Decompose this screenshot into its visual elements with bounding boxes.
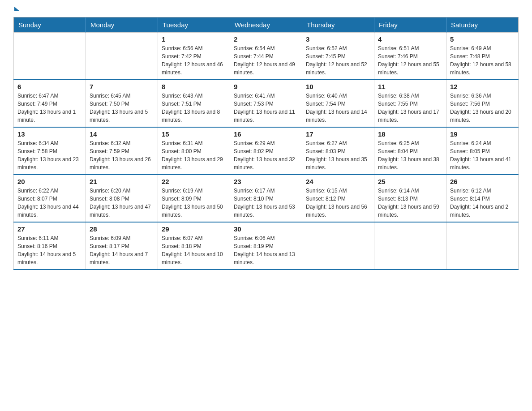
day-number: 30 bbox=[234, 225, 298, 233]
day-info: Sunrise: 6:36 AMSunset: 7:56 PMDaylight:… bbox=[450, 92, 515, 124]
calendar-cell: 1Sunrise: 6:56 AMSunset: 7:42 PMDaylight… bbox=[158, 33, 230, 80]
calendar-cell: 15Sunrise: 6:31 AMSunset: 8:00 PMDayligh… bbox=[158, 127, 230, 175]
day-number: 9 bbox=[234, 83, 298, 90]
day-info: Sunrise: 6:56 AMSunset: 7:42 PMDaylight:… bbox=[162, 44, 226, 77]
calendar-cell: 13Sunrise: 6:34 AMSunset: 7:58 PMDayligh… bbox=[14, 127, 86, 175]
day-number: 24 bbox=[306, 178, 370, 185]
day-number: 11 bbox=[378, 83, 442, 90]
day-number: 8 bbox=[162, 83, 226, 90]
calendar-cell: 6Sunrise: 6:47 AMSunset: 7:49 PMDaylight… bbox=[14, 80, 86, 127]
calendar-cell: 20Sunrise: 6:22 AMSunset: 8:07 PMDayligh… bbox=[14, 175, 86, 222]
day-number: 16 bbox=[234, 130, 298, 138]
calendar-week-row: 13Sunrise: 6:34 AMSunset: 7:58 PMDayligh… bbox=[14, 127, 519, 175]
day-info: Sunrise: 6:19 AMSunset: 8:09 PMDaylight:… bbox=[162, 187, 226, 219]
day-info: Sunrise: 6:34 AMSunset: 7:58 PMDaylight:… bbox=[17, 139, 82, 171]
day-info: Sunrise: 6:25 AMSunset: 8:04 PMDaylight:… bbox=[378, 139, 442, 171]
calendar-cell: 30Sunrise: 6:06 AMSunset: 8:19 PMDayligh… bbox=[230, 222, 302, 270]
page-header bbox=[13, 9, 519, 13]
calendar-cell bbox=[446, 222, 519, 270]
day-info: Sunrise: 6:11 AMSunset: 8:16 PMDaylight:… bbox=[17, 234, 82, 266]
day-info: Sunrise: 6:49 AMSunset: 7:48 PMDaylight:… bbox=[450, 44, 515, 77]
calendar-cell: 17Sunrise: 6:27 AMSunset: 8:03 PMDayligh… bbox=[302, 127, 374, 175]
calendar-cell: 11Sunrise: 6:38 AMSunset: 7:55 PMDayligh… bbox=[374, 80, 446, 127]
calendar-cell: 7Sunrise: 6:45 AMSunset: 7:50 PMDaylight… bbox=[86, 80, 158, 127]
calendar-table: SundayMondayTuesdayWednesdayThursdayFrid… bbox=[13, 17, 519, 270]
day-number: 29 bbox=[162, 225, 226, 233]
day-info: Sunrise: 6:07 AMSunset: 8:18 PMDaylight:… bbox=[162, 234, 226, 266]
calendar-cell: 21Sunrise: 6:20 AMSunset: 8:08 PMDayligh… bbox=[86, 175, 158, 222]
logo-blue-part bbox=[13, 9, 20, 11]
calendar-cell: 2Sunrise: 6:54 AMSunset: 7:44 PMDaylight… bbox=[230, 33, 302, 80]
logo bbox=[13, 9, 20, 13]
calendar-day-header: Thursday bbox=[302, 17, 374, 33]
calendar-cell: 10Sunrise: 6:40 AMSunset: 7:54 PMDayligh… bbox=[302, 80, 374, 127]
calendar-cell: 26Sunrise: 6:12 AMSunset: 8:14 PMDayligh… bbox=[446, 175, 519, 222]
calendar-cell bbox=[302, 222, 374, 270]
calendar-cell bbox=[374, 222, 446, 270]
day-number: 21 bbox=[90, 178, 154, 185]
day-info: Sunrise: 6:22 AMSunset: 8:07 PMDaylight:… bbox=[17, 187, 82, 219]
day-info: Sunrise: 6:52 AMSunset: 7:45 PMDaylight:… bbox=[306, 44, 370, 77]
day-number: 14 bbox=[90, 130, 154, 138]
calendar-cell: 12Sunrise: 6:36 AMSunset: 7:56 PMDayligh… bbox=[446, 80, 519, 127]
day-number: 3 bbox=[306, 35, 370, 43]
day-number: 10 bbox=[306, 83, 370, 90]
day-number: 13 bbox=[17, 130, 82, 138]
day-number: 17 bbox=[306, 130, 370, 138]
day-number: 28 bbox=[90, 225, 154, 233]
day-info: Sunrise: 6:09 AMSunset: 8:17 PMDaylight:… bbox=[90, 234, 154, 266]
calendar-cell: 18Sunrise: 6:25 AMSunset: 8:04 PMDayligh… bbox=[374, 127, 446, 175]
day-info: Sunrise: 6:17 AMSunset: 8:10 PMDaylight:… bbox=[234, 187, 298, 219]
day-info: Sunrise: 6:51 AMSunset: 7:46 PMDaylight:… bbox=[378, 44, 442, 77]
day-number: 18 bbox=[378, 130, 442, 138]
day-info: Sunrise: 6:38 AMSunset: 7:55 PMDaylight:… bbox=[378, 92, 442, 124]
calendar-day-header: Wednesday bbox=[230, 17, 302, 33]
day-info: Sunrise: 6:15 AMSunset: 8:12 PMDaylight:… bbox=[306, 187, 370, 219]
calendar-day-header: Friday bbox=[374, 17, 446, 33]
day-number: 26 bbox=[450, 178, 515, 185]
day-info: Sunrise: 6:29 AMSunset: 8:02 PMDaylight:… bbox=[234, 139, 298, 171]
calendar-week-row: 27Sunrise: 6:11 AMSunset: 8:16 PMDayligh… bbox=[14, 222, 519, 270]
day-info: Sunrise: 6:06 AMSunset: 8:19 PMDaylight:… bbox=[234, 234, 298, 266]
logo-triangle-icon bbox=[14, 7, 20, 11]
calendar-cell: 19Sunrise: 6:24 AMSunset: 8:05 PMDayligh… bbox=[446, 127, 519, 175]
calendar-cell: 14Sunrise: 6:32 AMSunset: 7:59 PMDayligh… bbox=[86, 127, 158, 175]
calendar-header-row: SundayMondayTuesdayWednesdayThursdayFrid… bbox=[14, 17, 519, 33]
day-number: 7 bbox=[90, 83, 154, 90]
day-info: Sunrise: 6:41 AMSunset: 7:53 PMDaylight:… bbox=[234, 92, 298, 124]
day-number: 2 bbox=[234, 35, 298, 43]
day-number: 1 bbox=[162, 35, 226, 43]
day-info: Sunrise: 6:54 AMSunset: 7:44 PMDaylight:… bbox=[234, 44, 298, 77]
calendar-cell bbox=[14, 33, 86, 80]
calendar-week-row: 20Sunrise: 6:22 AMSunset: 8:07 PMDayligh… bbox=[14, 175, 519, 222]
calendar-day-header: Sunday bbox=[14, 17, 86, 33]
day-number: 6 bbox=[17, 83, 82, 90]
calendar-week-row: 1Sunrise: 6:56 AMSunset: 7:42 PMDaylight… bbox=[14, 33, 519, 80]
day-info: Sunrise: 6:40 AMSunset: 7:54 PMDaylight:… bbox=[306, 92, 370, 124]
calendar-day-header: Tuesday bbox=[158, 17, 230, 33]
calendar-cell: 9Sunrise: 6:41 AMSunset: 7:53 PMDaylight… bbox=[230, 80, 302, 127]
day-number: 12 bbox=[450, 83, 515, 90]
day-info: Sunrise: 6:27 AMSunset: 8:03 PMDaylight:… bbox=[306, 139, 370, 171]
day-info: Sunrise: 6:20 AMSunset: 8:08 PMDaylight:… bbox=[90, 187, 154, 219]
calendar-cell: 5Sunrise: 6:49 AMSunset: 7:48 PMDaylight… bbox=[446, 33, 519, 80]
calendar-cell: 4Sunrise: 6:51 AMSunset: 7:46 PMDaylight… bbox=[374, 33, 446, 80]
day-number: 22 bbox=[162, 178, 226, 185]
calendar-cell: 27Sunrise: 6:11 AMSunset: 8:16 PMDayligh… bbox=[14, 222, 86, 270]
day-info: Sunrise: 6:43 AMSunset: 7:51 PMDaylight:… bbox=[162, 92, 226, 124]
day-number: 15 bbox=[162, 130, 226, 138]
day-number: 19 bbox=[450, 130, 515, 138]
day-info: Sunrise: 6:14 AMSunset: 8:13 PMDaylight:… bbox=[378, 187, 442, 219]
day-info: Sunrise: 6:24 AMSunset: 8:05 PMDaylight:… bbox=[450, 139, 515, 171]
calendar-cell: 16Sunrise: 6:29 AMSunset: 8:02 PMDayligh… bbox=[230, 127, 302, 175]
day-info: Sunrise: 6:32 AMSunset: 7:59 PMDaylight:… bbox=[90, 139, 154, 171]
day-info: Sunrise: 6:47 AMSunset: 7:49 PMDaylight:… bbox=[17, 92, 82, 124]
day-number: 20 bbox=[17, 178, 82, 185]
calendar-cell: 24Sunrise: 6:15 AMSunset: 8:12 PMDayligh… bbox=[302, 175, 374, 222]
calendar-cell: 3Sunrise: 6:52 AMSunset: 7:45 PMDaylight… bbox=[302, 33, 374, 80]
calendar-cell: 23Sunrise: 6:17 AMSunset: 8:10 PMDayligh… bbox=[230, 175, 302, 222]
calendar-cell: 8Sunrise: 6:43 AMSunset: 7:51 PMDaylight… bbox=[158, 80, 230, 127]
calendar-cell: 29Sunrise: 6:07 AMSunset: 8:18 PMDayligh… bbox=[158, 222, 230, 270]
day-number: 27 bbox=[17, 225, 82, 233]
day-number: 25 bbox=[378, 178, 442, 185]
